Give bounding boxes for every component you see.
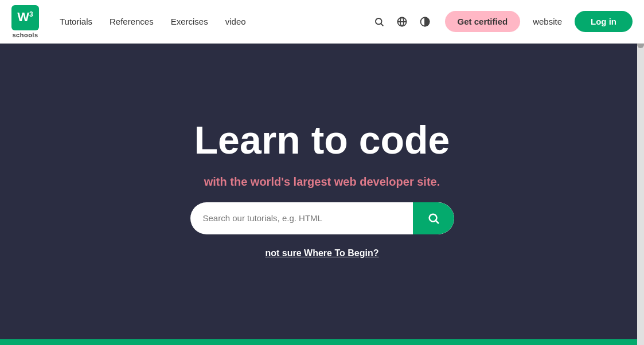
hero-title: Learn to code	[194, 119, 450, 162]
logo-superscript: 3	[29, 10, 33, 18]
search-icon-button[interactable]	[369, 13, 389, 30]
globe-icon	[397, 17, 407, 27]
globe-icon-button[interactable]	[392, 13, 412, 30]
search-bar	[190, 202, 454, 234]
scrollbar[interactable]	[637, 0, 644, 345]
get-certified-button[interactable]: Get certified	[445, 11, 521, 32]
nav-links: Tutorials References Exercises video	[52, 12, 365, 31]
hero-section: Learn to code with the world's largest w…	[0, 44, 644, 339]
nav-item-tutorials[interactable]: Tutorials	[52, 12, 100, 31]
nav-item-video[interactable]: video	[217, 12, 254, 31]
search-submit-button[interactable]	[413, 202, 454, 234]
nav-item-references[interactable]: References	[102, 12, 162, 31]
hero-subtitle: with the world's largest web developer s…	[204, 175, 440, 189]
login-button[interactable]: Log in	[575, 11, 633, 32]
search-input[interactable]	[190, 202, 413, 234]
search-submit-icon	[427, 212, 440, 225]
logo-schools-text: schools	[12, 32, 38, 38]
where-to-begin-link[interactable]: not sure Where To Begin?	[266, 248, 379, 258]
logo-w3-text: W3	[17, 11, 33, 23]
navbar: W3 schools Tutorials References Exercise…	[0, 0, 644, 44]
search-icon	[374, 17, 384, 27]
svg-line-1	[381, 23, 383, 25]
nav-icons	[369, 13, 435, 30]
bottom-green-bar	[0, 339, 644, 345]
logo[interactable]: W3 schools	[11, 5, 39, 38]
contrast-icon	[420, 17, 430, 27]
website-button[interactable]: website	[525, 11, 570, 32]
logo-badge: W3	[11, 5, 39, 30]
contrast-icon-button[interactable]	[415, 13, 435, 30]
nav-item-exercises[interactable]: Exercises	[163, 12, 216, 31]
svg-line-7	[436, 221, 438, 223]
